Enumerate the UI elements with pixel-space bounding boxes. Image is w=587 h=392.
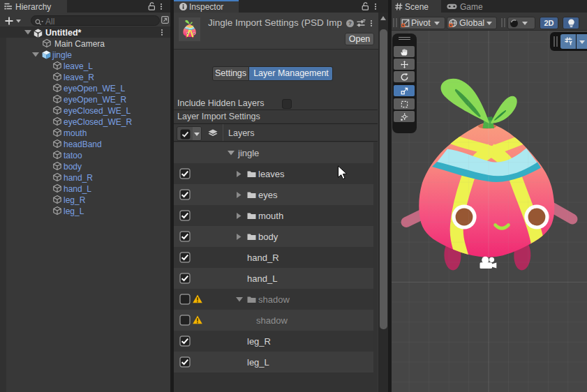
svg-text:?: ? [348,20,352,27]
